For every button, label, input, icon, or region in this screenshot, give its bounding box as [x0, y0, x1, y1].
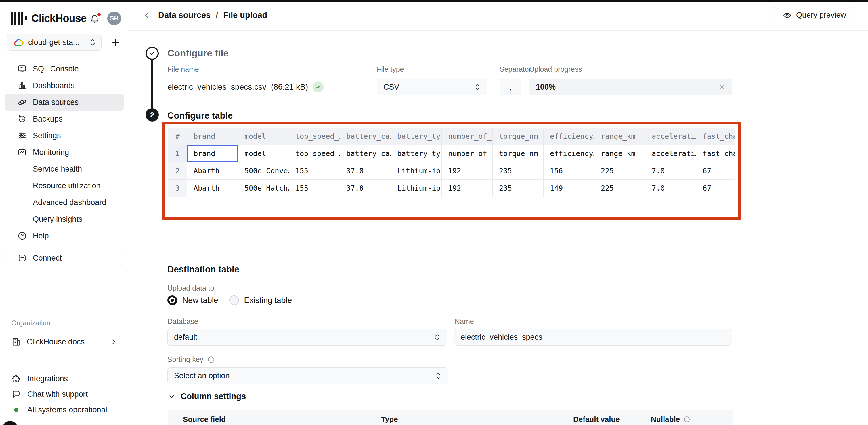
configure-file-fields: File name electric_vehicles_specs.csv (8… [167, 65, 732, 95]
name-label: Name [455, 317, 474, 325]
column-settings-label: Column settings [181, 392, 246, 401]
sidebar-item-backups[interactable]: Backups [5, 111, 124, 127]
grid-cell[interactable]: battery_ty… [391, 145, 442, 162]
grid-cell[interactable]: 156 [544, 162, 594, 180]
grid-cell[interactable]: Abarth [187, 162, 238, 180]
sidebar-item-label: Dashboards [33, 81, 75, 90]
grid-header-cell: fast_cha… [696, 128, 735, 145]
column-settings-toggle[interactable]: Column settings [168, 392, 246, 401]
grid-cell[interactable]: fast_cha… [696, 145, 735, 162]
system-status[interactable]: All systems operational [11, 402, 121, 418]
app-root: ClickHouse SH clo [0, 0, 868, 425]
existing-table-radio[interactable]: Existing table [229, 295, 292, 305]
grid-cell[interactable]: accelerati… [645, 145, 696, 162]
integrations-puzzle-icon [11, 374, 21, 384]
sidebar-item-settings[interactable]: Settings [5, 127, 124, 144]
grid-cell[interactable]: Lithium-ion [391, 180, 442, 197]
connect-label: Connect [33, 254, 62, 263]
sidebar-item-integrations[interactable]: Integrations [11, 371, 121, 387]
select-updown-icon [89, 38, 96, 47]
step-1-complete-indicator [146, 47, 159, 60]
back-button[interactable] [143, 11, 151, 19]
add-service-button[interactable] [110, 37, 121, 48]
separator-value: , [509, 83, 512, 91]
chat-support-label: Chat with support [27, 390, 88, 399]
grid-cell[interactable]: 37.8 [340, 162, 391, 180]
sidebar-item-data-sources[interactable]: Data sources [5, 94, 124, 111]
grid-cell[interactable]: 225 [594, 162, 645, 180]
grid-cell[interactable]: 500e Hatch… [238, 180, 289, 197]
grid-cell[interactable]: 37.8 [340, 180, 391, 197]
sidebar-item-query-insights[interactable]: Query insights [5, 211, 124, 227]
grid-cell[interactable]: number_of_… [442, 145, 493, 162]
grid-cell[interactable]: 225 [594, 180, 645, 197]
grid-cell[interactable]: efficiency… [544, 145, 594, 162]
grid-cell[interactable]: range_km [594, 145, 645, 162]
grid-header-cell: accelerati… [645, 128, 696, 145]
query-preview-button[interactable]: Query preview [774, 7, 855, 23]
grid-cell[interactable]: torque_nm [493, 145, 544, 162]
sidebar-item-sql-console[interactable]: SQL Console [5, 60, 124, 77]
notifications-button[interactable] [89, 13, 100, 24]
new-table-label: New table [182, 296, 218, 305]
grid-cell[interactable]: 7.0 [645, 180, 696, 197]
grid-cell[interactable]: 192 [442, 162, 493, 180]
grid-cell[interactable]: battery_ca… [340, 145, 391, 162]
grid-cell[interactable]: 7.0 [645, 162, 696, 180]
database-select[interactable]: default [167, 329, 447, 345]
upload-cancel-icon[interactable] [718, 83, 725, 91]
step-2-indicator: 2 [146, 108, 159, 121]
sorting-key-select[interactable]: Select an option [167, 367, 448, 384]
grid-cell[interactable]: 192 [442, 180, 493, 197]
grid-cell[interactable]: 235 [493, 162, 544, 180]
sidebar-item-resource-utilization[interactable]: Resource utilization [5, 177, 124, 194]
separator-input[interactable]: , [500, 79, 521, 95]
grid-cell[interactable]: model [238, 145, 289, 162]
sorting-key-placeholder: Select an option [174, 371, 435, 380]
connect-button[interactable]: Connect [7, 251, 121, 265]
sidebar-item-clickhouse-docs[interactable]: ClickHouse docs [7, 334, 121, 350]
grid-header-cell: battery_ty… [391, 128, 442, 145]
sidebar-item-label: Data sources [33, 98, 79, 107]
file-type-select[interactable]: CSV [377, 79, 487, 95]
grid-cell[interactable]: 235 [493, 180, 544, 197]
sidebar-item-label: Settings [33, 131, 61, 140]
sidebar-item-help[interactable]: Help [5, 227, 124, 244]
grid-header-cell: top_speed_… [289, 128, 340, 145]
service-selector-value: cloud-get-sta... [28, 38, 89, 47]
grid-cell[interactable]: 149 [544, 180, 594, 197]
status-label: All systems operational [27, 405, 107, 414]
grid-cell[interactable]: 67 [696, 180, 735, 197]
new-table-radio[interactable]: New table [167, 295, 218, 305]
grid-cell[interactable]: top_speed_… [289, 145, 340, 162]
grid-cell[interactable]: 155 [289, 162, 340, 180]
grid-row-number: 3 [168, 180, 187, 197]
grid-cell[interactable]: Lithium-ion [391, 162, 442, 180]
sidebar-item-advanced-dashboard[interactable]: Advanced dashboard [5, 194, 124, 211]
service-selector[interactable]: cloud-get-sta... [7, 34, 101, 51]
chat-launcher-button[interactable] [2, 421, 18, 425]
clickhouse-logo: ClickHouse [11, 12, 89, 25]
sidebar-item-chat-support[interactable]: Chat with support [11, 387, 121, 402]
grid-cell[interactable]: 500e Conve… [238, 162, 289, 180]
sidebar-item-label: Backups [33, 115, 63, 123]
grid-cell[interactable]: Abarth [187, 180, 238, 197]
sidebar-item-monitoring[interactable]: Monitoring [5, 144, 124, 161]
avatar[interactable]: SH [107, 11, 121, 25]
settings-sliders-icon [17, 131, 27, 141]
sidebar-item-dashboards[interactable]: Dashboards [5, 77, 124, 94]
grid-cell-selected[interactable]: brand [187, 145, 238, 162]
logo-text: ClickHouse [31, 12, 87, 25]
grid-cell[interactable]: 155 [289, 180, 340, 197]
grid-cell[interactable]: 67 [696, 162, 735, 180]
upload-progress-label: Upload progress [529, 65, 732, 74]
info-icon[interactable] [207, 356, 215, 363]
status-green-dot [14, 408, 19, 412]
chat-bubble-icon [11, 389, 21, 399]
grid-header-cell: model [238, 128, 289, 145]
chevron-down-icon [168, 393, 176, 400]
breadcrumb-parent[interactable]: Data sources [158, 10, 211, 20]
table-name-input[interactable]: electric_vehicles_specs [454, 329, 732, 345]
sidebar-item-service-health[interactable]: Service health [5, 161, 124, 177]
info-icon[interactable] [683, 416, 690, 423]
